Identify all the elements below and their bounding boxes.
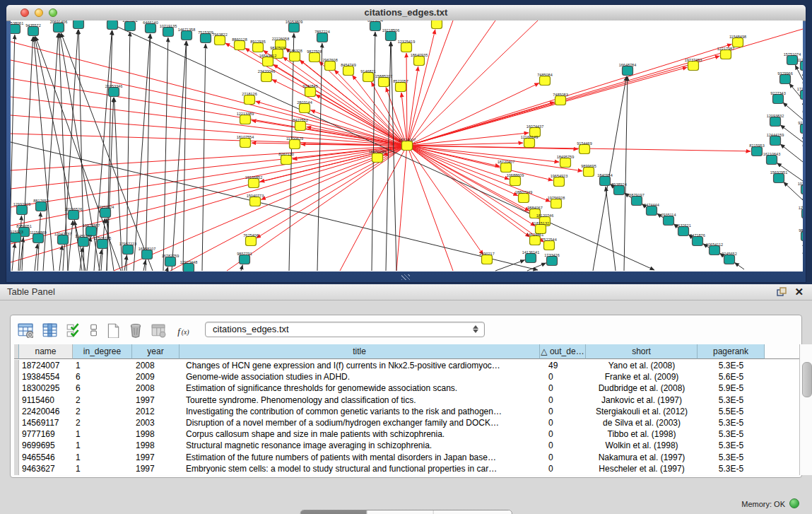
citation-edge-black[interactable] — [68, 221, 73, 271]
cell-out_degree[interactable]: 0 — [540, 452, 586, 463]
cell-title[interactable]: Estimation of the future numbers of pati… — [180, 452, 540, 463]
graph-node[interactable]: 7515309 — [198, 30, 213, 43]
new-column-icon[interactable] — [104, 320, 124, 340]
graph-node[interactable]: 15692951 — [770, 170, 787, 183]
citation-network-graph[interactable]: 1872400779638228860128891293522226058982… — [11, 21, 803, 271]
cell-in_degree[interactable]: 6 — [73, 371, 132, 382]
cell-year[interactable]: 1998 — [132, 428, 180, 440]
graph-node[interactable]: 9474444 — [644, 203, 659, 216]
cell-name[interactable]: 19384554 — [19, 371, 73, 382]
cell-in_degree[interactable]: 1 — [73, 452, 132, 463]
cell-name[interactable]: 18724007 — [19, 360, 73, 371]
cell-title[interactable]: Corpus callosum shape and size in male p… — [180, 428, 540, 440]
citation-edge-black[interactable] — [202, 44, 206, 271]
cell-year[interactable]: 1998 — [132, 440, 180, 451]
graph-node[interactable]: 2967608 — [322, 58, 337, 71]
graph-node[interactable]: 8471876 — [690, 233, 705, 246]
graph-node[interactable]: 9827508 — [307, 49, 322, 62]
cell-out_degree[interactable]: 0 — [540, 371, 586, 382]
graph-node[interactable]: 16210643 — [763, 152, 780, 165]
graph-node[interactable]: 16958107 — [139, 247, 155, 259]
cell-pagerank[interactable]: 5.3E-5 — [698, 417, 765, 428]
graph-node[interactable]: 9227343 — [770, 91, 785, 104]
citation-edge-black[interactable] — [183, 41, 187, 271]
graph-node[interactable]: 8817652 — [33, 199, 48, 211]
graph-node[interactable]: 19756928 — [548, 196, 565, 209]
cell-name[interactable]: 14569117 — [19, 417, 73, 428]
table-row[interactable]: 977716911998Corpus callosum shape and si… — [14, 428, 799, 440]
graph-node[interactable]: 17103454 — [797, 87, 803, 100]
graph-node[interactable]: 1840954 — [597, 173, 612, 186]
cell-year[interactable]: 2008 — [132, 382, 180, 394]
column-header-title[interactable]: title — [180, 344, 540, 359]
graph-node[interactable]: 19654923 — [551, 174, 567, 187]
graph-node[interactable]: 12160149 — [521, 135, 538, 148]
cell-pagerank[interactable]: 5.5E-5 — [698, 406, 765, 417]
citation-edge-red[interactable] — [227, 148, 403, 271]
graph-node[interactable]: 10210433 — [798, 182, 803, 194]
citation-edge-red[interactable] — [401, 93, 406, 141]
cell-title[interactable]: Estimation of significance thresholds fo… — [180, 382, 540, 394]
cell-out_degree[interactable]: 0 — [540, 463, 586, 474]
graph-node[interactable]: 12042737 — [54, 232, 71, 245]
cell-in_degree[interactable]: 1 — [73, 428, 132, 440]
graph-node[interactable]: 8186328 — [287, 49, 302, 62]
graph-node[interactable]: 16543812 — [259, 54, 276, 66]
citation-edge-red[interactable] — [114, 147, 403, 271]
graph-node[interactable]: 7963822 — [212, 33, 227, 45]
cell-short[interactable]: Tibbo et al. (1998) — [586, 428, 698, 440]
graph-node[interactable]: 8912935 — [250, 40, 265, 52]
table-row[interactable]: 1872400712008Changes of HCN gene express… — [14, 360, 799, 371]
network-canvas[interactable]: 1872400779638228860128891293522226058982… — [11, 21, 803, 271]
citation-edge-black[interactable] — [59, 245, 62, 271]
citation-edge-red[interactable] — [396, 150, 406, 271]
column-header-pagerank[interactable]: pagerank — [698, 344, 765, 359]
graph-node[interactable]: 14671358 — [178, 28, 195, 40]
graph-node[interactable]: 8938924 — [611, 182, 626, 195]
table-row[interactable]: 1938455462009Genome-wide association stu… — [14, 371, 799, 382]
cell-name[interactable]: 9115460 — [19, 395, 73, 406]
cell-short[interactable]: Wolkin et al. (1998) — [586, 440, 698, 451]
citation-edge-black[interactable] — [146, 34, 151, 271]
citation-edge-black[interactable] — [624, 76, 628, 271]
graph-node[interactable]: 18640935 — [411, 53, 428, 66]
graph-node[interactable]: 1733426 — [544, 253, 559, 266]
cell-short[interactable]: Nakamura et al. (1997) — [586, 452, 698, 463]
table-row[interactable]: 946362711997Embryonic stem cells: a mode… — [14, 463, 799, 474]
citation-edge-black[interactable] — [317, 43, 322, 271]
cell-out_degree[interactable]: 0 — [540, 406, 586, 417]
cell-pagerank[interactable]: 5.3E-5 — [698, 428, 765, 440]
graph-node[interactable]: 12213389 — [237, 112, 254, 124]
citation-edge-black[interactable] — [35, 244, 37, 271]
graph-node[interactable]: 16648784 — [619, 63, 636, 76]
cell-pagerank[interactable]: 5.3E-5 — [698, 395, 765, 406]
cell-short[interactable]: Franke et al. (2009) — [586, 371, 698, 382]
graph-node[interactable]: 10653287 — [104, 21, 121, 30]
graph-node[interactable]: 20206526 — [65, 207, 82, 220]
graph-node[interactable]: 1327602 — [122, 21, 137, 31]
graph-node[interactable]: 12992209 — [13, 202, 30, 215]
column-header-in_degree[interactable]: in_degree — [73, 344, 132, 359]
cell-title[interactable]: Structural magnetic resonance image aver… — [180, 440, 540, 451]
column-header-name[interactable]: name — [19, 344, 73, 359]
cell-short[interactable]: Yano et al. (2008) — [586, 360, 698, 371]
graph-node[interactable]: 6466140 — [143, 21, 158, 33]
graph-node[interactable]: 9242845 — [302, 84, 317, 97]
graph-node[interactable]: 7522544 — [541, 238, 556, 250]
cell-year[interactable]: 2009 — [132, 371, 180, 382]
row-selection-icon[interactable] — [64, 320, 84, 340]
citation-edge-black[interactable] — [172, 41, 186, 271]
graph-node[interactable]: 9154469 — [577, 141, 592, 154]
graph-node[interactable]: 10719135 — [160, 24, 177, 37]
graph-node[interactable]: 7632621 — [676, 223, 690, 236]
cell-name[interactable]: 9699695 — [19, 440, 73, 451]
graph-node[interactable]: 9329966 — [777, 71, 792, 84]
citation-edge-black[interactable] — [126, 32, 130, 271]
graph-node[interactable]: 14136141 — [522, 250, 539, 263]
graph-node[interactable]: 20691406 — [50, 21, 67, 33]
cell-in_degree[interactable]: 2 — [73, 417, 132, 428]
citation-edge-black[interactable] — [241, 265, 242, 271]
graph-node[interactable]: 9857791 — [237, 252, 252, 264]
cell-out_degree[interactable]: 0 — [540, 417, 586, 428]
graph-node[interactable]: 10688609 — [507, 173, 524, 186]
